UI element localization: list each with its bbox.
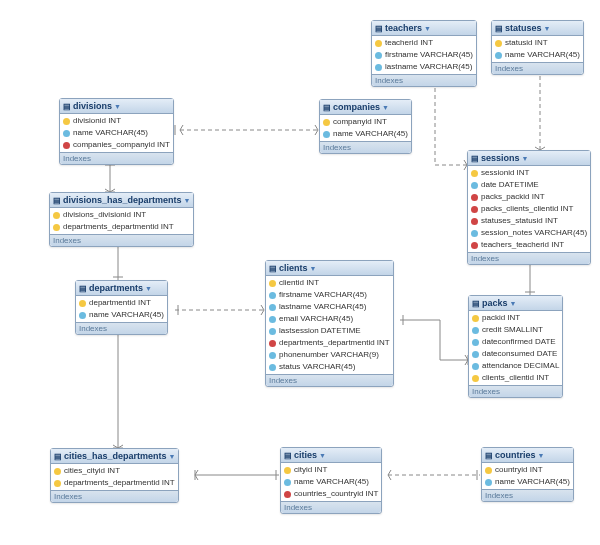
column-text: name VARCHAR(45)	[294, 476, 369, 488]
column-text: teachers_teacherid INT	[481, 239, 564, 251]
field-icon	[471, 230, 478, 237]
indexes-footer[interactable]: Indexes	[468, 252, 590, 264]
entity-header[interactable]: ▤sessions▼	[468, 151, 590, 166]
table-icon: ▤	[54, 452, 62, 461]
indexes-footer[interactable]: Indexes	[76, 322, 167, 334]
column-list: clientid INTfirstname VARCHAR(45)lastnam…	[266, 276, 393, 374]
table-icon: ▤	[323, 103, 331, 112]
column-text: name VARCHAR(45)	[333, 128, 408, 140]
column-text: divisionid INT	[73, 115, 121, 127]
indexes-footer[interactable]: Indexes	[281, 501, 381, 513]
column-row: session_notes VARCHAR(45)	[468, 227, 590, 239]
table-icon: ▤	[375, 24, 383, 33]
entity-statuses[interactable]: ▤statuses▼statusid INTname VARCHAR(45)In…	[491, 20, 584, 75]
column-list: packid INTcredit SMALLINTdateconfirmed D…	[469, 311, 562, 385]
column-row: firstname VARCHAR(45)	[266, 289, 393, 301]
entity-header[interactable]: ▤departments▼	[76, 281, 167, 296]
entity-departments[interactable]: ▤departments▼departmentid INTname VARCHA…	[75, 280, 168, 335]
indexes-footer[interactable]: Indexes	[51, 490, 178, 502]
collapse-icon: ▼	[310, 265, 317, 272]
column-text: phonenumber VARCHAR(9)	[279, 349, 379, 361]
primary-key-icon	[53, 224, 60, 231]
entity-divisions[interactable]: ▤divisions▼divisionid INTname VARCHAR(45…	[59, 98, 174, 165]
entity-cities_has_departments[interactable]: ▤cities_has_departments▼cities_cityid IN…	[50, 448, 179, 503]
entity-header[interactable]: ▤teachers▼	[372, 21, 476, 36]
column-row: lastsession DATETIME	[266, 325, 393, 337]
entity-title: companies	[333, 102, 380, 112]
column-text: departments_departmentid INT	[63, 221, 174, 233]
foreign-key-icon	[471, 242, 478, 249]
foreign-key-icon	[269, 340, 276, 347]
entity-header[interactable]: ▤divisions▼	[60, 99, 173, 114]
entity-header[interactable]: ▤packs▼	[469, 296, 562, 311]
indexes-footer[interactable]: Indexes	[482, 489, 573, 501]
field-icon	[375, 64, 382, 71]
indexes-footer[interactable]: Indexes	[266, 374, 393, 386]
indexes-footer[interactable]: Indexes	[50, 234, 193, 246]
column-text: companyid INT	[333, 116, 387, 128]
primary-key-icon	[284, 467, 291, 474]
column-list: cities_cityid INTdepartments_departmenti…	[51, 464, 178, 490]
field-icon	[269, 352, 276, 359]
table-icon: ▤	[269, 264, 277, 273]
column-row: companyid INT	[320, 116, 411, 128]
column-row: sessionid INT	[468, 167, 590, 179]
column-list: cityid INTname VARCHAR(45)countries_coun…	[281, 463, 381, 501]
column-row: name VARCHAR(45)	[281, 476, 381, 488]
column-text: clients_clientid INT	[482, 372, 549, 384]
indexes-footer[interactable]: Indexes	[492, 62, 583, 74]
column-row: firstname VARCHAR(45)	[372, 49, 476, 61]
column-row: cities_cityid INT	[51, 465, 178, 477]
column-row: attendance DECIMAL	[469, 360, 562, 372]
field-icon	[485, 479, 492, 486]
foreign-key-icon	[284, 491, 291, 498]
entity-title: clients	[279, 263, 308, 273]
column-text: departments_departmentid INT	[64, 477, 175, 489]
column-row: cityid INT	[281, 464, 381, 476]
entity-divisions_has_departments[interactable]: ▤divisions_has_departments▼divisions_div…	[49, 192, 194, 247]
column-text: countries_countryid INT	[294, 488, 378, 500]
column-row: departments_departmentid INT	[50, 221, 193, 233]
column-row: lastname VARCHAR(45)	[372, 61, 476, 73]
entity-header[interactable]: ▤companies▼	[320, 100, 411, 115]
entity-header[interactable]: ▤cities_has_departments▼	[51, 449, 178, 464]
entity-header[interactable]: ▤divisions_has_departments▼	[50, 193, 193, 208]
entity-teachers[interactable]: ▤teachers▼teacherid INTfirstname VARCHAR…	[371, 20, 477, 87]
column-row: packs_packid INT	[468, 191, 590, 203]
entity-header[interactable]: ▤cities▼	[281, 448, 381, 463]
column-text: name VARCHAR(45)	[73, 127, 148, 139]
column-row: phonenumber VARCHAR(9)	[266, 349, 393, 361]
column-text: lastsession DATETIME	[279, 325, 361, 337]
column-row: countries_countryid INT	[281, 488, 381, 500]
entity-packs[interactable]: ▤packs▼packid INTcredit SMALLINTdateconf…	[468, 295, 563, 398]
indexes-footer[interactable]: Indexes	[320, 141, 411, 153]
column-list: divisions_divisionid INTdepartments_depa…	[50, 208, 193, 234]
column-row: statuses_statusid INT	[468, 215, 590, 227]
collapse-icon: ▼	[382, 104, 389, 111]
primary-key-icon	[485, 467, 492, 474]
entity-title: countries	[495, 450, 536, 460]
column-text: name VARCHAR(45)	[495, 476, 570, 488]
indexes-footer[interactable]: Indexes	[60, 152, 173, 164]
entity-cities[interactable]: ▤cities▼cityid INTname VARCHAR(45)countr…	[280, 447, 382, 514]
entity-companies[interactable]: ▤companies▼companyid INTname VARCHAR(45)…	[319, 99, 412, 154]
entity-sessions[interactable]: ▤sessions▼sessionid INTdate DATETIMEpack…	[467, 150, 591, 265]
entity-clients[interactable]: ▤clients▼clientid INTfirstname VARCHAR(4…	[265, 260, 394, 387]
column-text: packs_packid INT	[481, 191, 545, 203]
primary-key-icon	[53, 212, 60, 219]
table-icon: ▤	[284, 451, 292, 460]
table-icon: ▤	[472, 299, 480, 308]
entity-countries[interactable]: ▤countries▼countryid INTname VARCHAR(45)…	[481, 447, 574, 502]
entity-header[interactable]: ▤countries▼	[482, 448, 573, 463]
field-icon	[269, 364, 276, 371]
primary-key-icon	[269, 280, 276, 287]
column-row: clientid INT	[266, 277, 393, 289]
entity-header[interactable]: ▤statuses▼	[492, 21, 583, 36]
indexes-footer[interactable]: Indexes	[469, 385, 562, 397]
indexes-footer[interactable]: Indexes	[372, 74, 476, 86]
column-text: name VARCHAR(45)	[89, 309, 164, 321]
column-text: firstname VARCHAR(45)	[385, 49, 473, 61]
field-icon	[269, 304, 276, 311]
entity-header[interactable]: ▤clients▼	[266, 261, 393, 276]
column-row: departments_departmentid INT	[51, 477, 178, 489]
